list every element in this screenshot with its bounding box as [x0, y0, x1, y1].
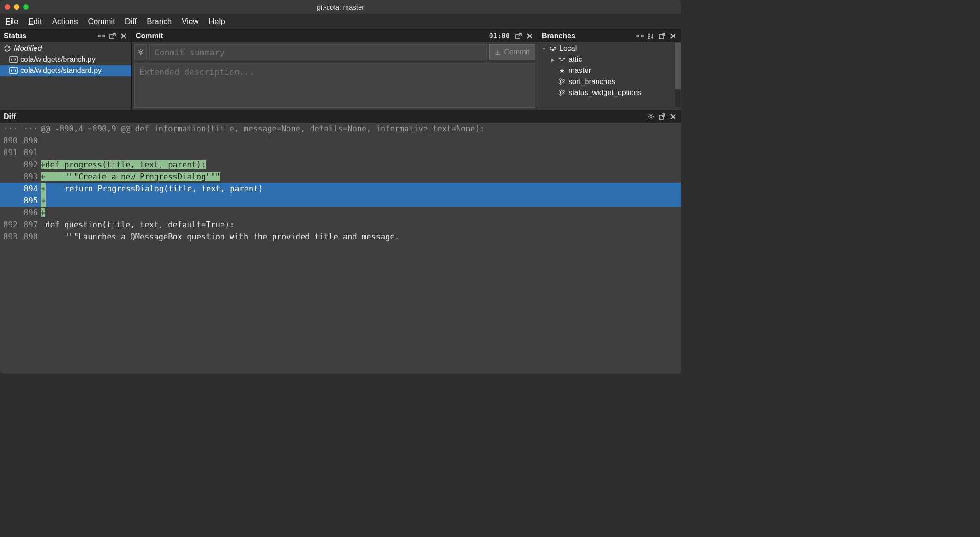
popout-icon[interactable]: [658, 32, 666, 40]
popout-icon[interactable]: [514, 32, 523, 40]
popout-icon[interactable]: [658, 113, 666, 121]
diff-line[interactable]: 892+def progress(title, text, parent):: [0, 159, 681, 171]
minimize-window-icon[interactable]: [14, 4, 19, 10]
svg-rect-14: [550, 47, 551, 48]
diff-title: Diff: [4, 113, 16, 121]
menu-branch[interactable]: Branch: [147, 17, 172, 26]
gear-icon[interactable]: [647, 113, 655, 121]
diff-panel: Diff ······@@ -890,4 +890,9 @@ def infor…: [0, 110, 681, 374]
commit-panel: Commit 01:00 Commit: [132, 30, 538, 110]
status-body: Modified cola/widgets/branch.pycola/widg…: [0, 42, 131, 110]
diff-line[interactable]: ······@@ -890,4 +890,9 @@ def informatio…: [0, 123, 681, 135]
diff-line[interactable]: 894+ return ProgressDialog(title, text, …: [0, 183, 681, 195]
svg-point-28: [560, 79, 562, 81]
branch-item[interactable]: sort_branches: [538, 76, 681, 87]
commit-button-label: Commit: [504, 48, 529, 56]
sort-icon[interactable]: AZ: [647, 32, 655, 40]
grip-icon[interactable]: [97, 32, 106, 40]
line-number-new: 897: [20, 219, 41, 231]
commit-panel-header: Commit 01:00: [132, 30, 538, 42]
diff-line[interactable]: 892897 def question(title, text, default…: [0, 219, 681, 231]
line-number-old: 893: [0, 231, 20, 243]
line-number-old: [0, 195, 20, 207]
close-icon[interactable]: [669, 32, 677, 40]
line-number-new: 890: [20, 135, 41, 147]
line-number-old: [0, 183, 20, 195]
branch-icon: [558, 78, 566, 85]
titlebar: git-cola: master: [0, 0, 681, 14]
branch-item[interactable]: master: [538, 65, 681, 76]
commit-summary-input[interactable]: [149, 44, 487, 60]
branch-item-label: sort_branches: [568, 78, 615, 86]
commit-timer: 01:00: [489, 32, 510, 40]
close-window-icon[interactable]: [5, 4, 10, 10]
window-title: git-cola: master: [317, 3, 365, 11]
line-number-old: [0, 207, 20, 219]
line-number-new: 892: [20, 159, 41, 171]
grip-icon[interactable]: [636, 32, 644, 40]
branch-item-label: status_widget_options: [568, 89, 641, 97]
menu-view[interactable]: View: [182, 17, 199, 26]
close-icon[interactable]: [120, 32, 128, 40]
maximize-window-icon[interactable]: [23, 4, 29, 10]
status-panel-header: Status: [0, 30, 131, 42]
menu-edit[interactable]: Edit: [28, 17, 42, 26]
gear-icon: [137, 49, 144, 55]
commit-summary-row: Commit: [134, 44, 535, 60]
status-section-modified[interactable]: Modified: [0, 43, 131, 54]
menu-help[interactable]: Help: [209, 17, 225, 26]
expand-icon[interactable]: ▶: [551, 57, 556, 62]
close-icon[interactable]: [669, 113, 677, 121]
expand-icon[interactable]: ▼: [542, 46, 546, 51]
diff-line[interactable]: 891891: [0, 147, 681, 159]
svg-text:Z: Z: [648, 36, 650, 39]
line-number-new: 898: [20, 231, 41, 243]
branch-item[interactable]: status_widget_options: [538, 87, 681, 98]
star-icon: [558, 67, 566, 74]
status-item[interactable]: cola/widgets/branch.py: [0, 54, 131, 65]
diff-body[interactable]: ······@@ -890,4 +890,9 @@ def informatio…: [0, 123, 681, 374]
branch-item[interactable]: ▶attic: [538, 54, 681, 65]
scrollbar-thumb[interactable]: [675, 43, 681, 89]
line-number-old: 890: [0, 135, 20, 147]
diff-line[interactable]: 893+ """Create a new ProgressDialog""": [0, 171, 681, 183]
status-item-path: cola/widgets/standard.py: [20, 66, 102, 75]
line-number-new: 894: [20, 183, 41, 195]
svg-rect-0: [98, 35, 100, 37]
menu-file[interactable]: File: [6, 17, 18, 26]
line-number-new: 893: [20, 171, 41, 183]
menu-actions[interactable]: Actions: [52, 17, 78, 26]
branch-item-label: master: [568, 66, 591, 75]
popout-icon[interactable]: [108, 32, 117, 40]
diff-line[interactable]: 895+: [0, 195, 681, 207]
line-number-old: [0, 171, 20, 183]
status-item[interactable]: cola/widgets/standard.py: [0, 65, 131, 76]
svg-rect-1: [103, 35, 105, 37]
commit-button[interactable]: Commit: [489, 44, 535, 60]
scrollbar[interactable]: [675, 43, 681, 107]
diff-line[interactable]: 890890: [0, 135, 681, 147]
svg-point-29: [560, 83, 562, 85]
line-number-old: [0, 159, 20, 171]
branches-panel-header: Branches AZ: [538, 30, 681, 42]
svg-rect-15: [554, 47, 556, 48]
branch-item-label: attic: [568, 55, 582, 64]
svg-rect-8: [637, 35, 639, 37]
commit-body: Commit: [132, 42, 538, 110]
file-diff-icon: [9, 56, 18, 63]
svg-rect-9: [641, 35, 643, 37]
line-number-new: 895: [20, 195, 41, 207]
commit-description-input[interactable]: [134, 63, 535, 108]
menu-diff[interactable]: Diff: [125, 17, 137, 26]
menu-commit[interactable]: Commit: [88, 17, 115, 26]
diff-line[interactable]: 893898 """Launches a QMessageBox questio…: [0, 231, 681, 243]
branches-root[interactable]: ▼ Local: [538, 43, 681, 54]
close-icon[interactable]: [526, 32, 534, 40]
commit-options-button[interactable]: [134, 44, 147, 60]
download-icon: [495, 49, 501, 55]
svg-point-30: [563, 80, 565, 82]
branches-title: Branches: [542, 32, 575, 40]
svg-point-32: [560, 94, 562, 96]
diff-line[interactable]: 896+: [0, 207, 681, 219]
status-title: Status: [4, 32, 26, 40]
